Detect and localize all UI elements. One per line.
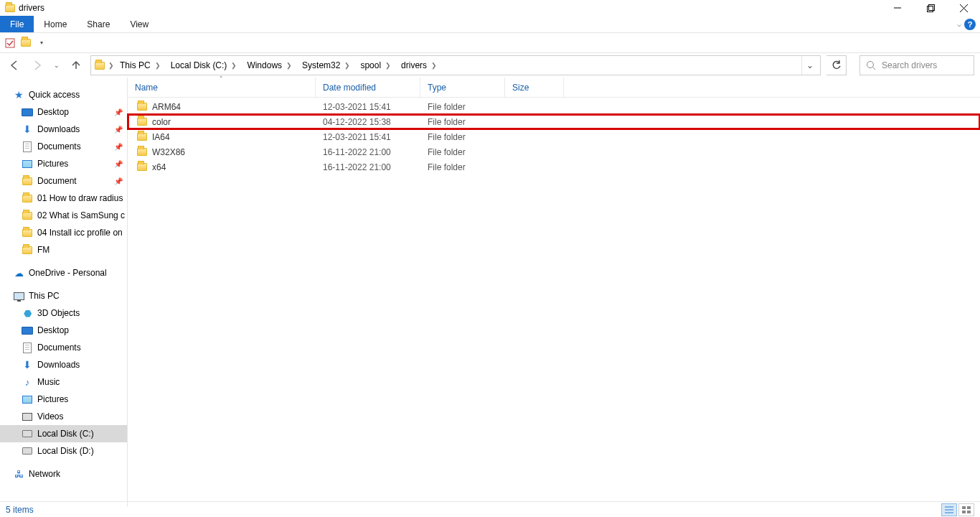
document-icon xyxy=(22,342,33,353)
qat-newfolder-icon[interactable] xyxy=(20,37,32,49)
tree-desktop-2[interactable]: Desktop xyxy=(0,322,127,339)
tree-downloads-2[interactable]: ⬇ Downloads xyxy=(0,356,127,373)
table-row[interactable]: IA6412-03-2021 15:41File folder xyxy=(128,129,980,144)
tree-local-disk-d[interactable]: Local Disk (D:) xyxy=(0,442,127,460)
file-rows: ARM6412-03-2021 15:41File foldercolor04-… xyxy=(128,98,980,174)
column-type[interactable]: Type xyxy=(420,78,505,97)
breadcrumb-windows[interactable]: Windows❯ xyxy=(242,56,298,75)
tree-documents-2[interactable]: Documents xyxy=(0,339,127,356)
tree-network[interactable]: 🖧 Network xyxy=(0,465,127,483)
svg-rect-12 xyxy=(967,506,971,509)
address-history-dropdown[interactable]: ⌄ xyxy=(801,56,817,75)
column-headers: Name ˄ Date modified Type Size xyxy=(128,78,980,98)
navigation-pane: ★ Quick access Desktop📌 ⬇ Downloads📌 Doc… xyxy=(0,78,128,507)
breadcrumb-this-pc[interactable]: This PC❯ xyxy=(116,56,166,75)
desktop-icon xyxy=(22,106,33,118)
tree-3d-objects[interactable]: ⬣ 3D Objects xyxy=(0,304,127,322)
svg-rect-11 xyxy=(962,506,966,509)
nav-up-button[interactable] xyxy=(67,57,85,74)
tree-folder-fm[interactable]: FM xyxy=(0,241,127,258)
file-type: File folder xyxy=(420,147,505,157)
status-item-count: 5 items xyxy=(6,505,34,515)
tab-home[interactable]: Home xyxy=(34,16,77,32)
navigation-row: ⌄ ❯ This PC❯ Local Disk (C:)❯ Windows❯ S… xyxy=(0,53,980,78)
file-type: File folder xyxy=(420,117,505,127)
tree-music[interactable]: ♪ Music xyxy=(0,373,127,391)
tree-downloads[interactable]: ⬇ Downloads📌 xyxy=(0,121,127,138)
view-large-icons-button[interactable] xyxy=(958,503,974,516)
tree-desktop[interactable]: Desktop📌 xyxy=(0,103,127,121)
pictures-icon xyxy=(22,158,33,169)
column-date-modified[interactable]: Date modified xyxy=(316,78,420,97)
file-date: 04-12-2022 15:38 xyxy=(316,117,420,127)
minimize-button[interactable] xyxy=(881,0,914,16)
close-button[interactable] xyxy=(947,0,980,16)
table-row[interactable]: ARM6412-03-2021 15:41File folder xyxy=(128,99,980,114)
svg-rect-2 xyxy=(928,4,934,10)
svg-rect-1 xyxy=(927,6,933,11)
file-date: 16-11-2022 21:00 xyxy=(316,147,420,157)
table-row[interactable]: x6416-11-2022 21:00File folder xyxy=(128,159,980,174)
pin-icon: 📌 xyxy=(114,143,123,151)
tree-onedrive[interactable]: ☁ OneDrive - Personal xyxy=(0,264,127,281)
address-bar[interactable]: ❯ This PC❯ Local Disk (C:)❯ Windows❯ Sys… xyxy=(90,55,821,75)
tree-folder-1[interactable]: 01 How to draw radius xyxy=(0,190,127,207)
qat-properties-icon[interactable] xyxy=(4,37,16,49)
maximize-button[interactable] xyxy=(914,0,947,16)
music-icon: ♪ xyxy=(22,376,33,388)
tree-folder-2[interactable]: 02 What is SamSung c xyxy=(0,207,127,224)
breadcrumb-drivers[interactable]: drivers❯ xyxy=(397,56,443,75)
tree-this-pc[interactable]: This PC xyxy=(0,287,127,304)
refresh-button[interactable] xyxy=(826,55,847,75)
disk-icon xyxy=(22,428,33,439)
file-type: File folder xyxy=(420,162,505,172)
table-row[interactable]: color04-12-2022 15:38File folder xyxy=(128,114,980,129)
tree-local-disk-c[interactable]: Local Disk (C:) xyxy=(0,425,127,442)
search-box[interactable] xyxy=(859,55,974,75)
qat-dropdown-icon[interactable]: ▾ xyxy=(36,37,47,49)
tab-file[interactable]: File xyxy=(0,16,34,32)
tab-share[interactable]: Share xyxy=(77,16,120,32)
tree-videos[interactable]: Videos xyxy=(0,408,127,425)
breadcrumb-system32[interactable]: System32❯ xyxy=(298,56,356,75)
nav-forward-button[interactable] xyxy=(29,57,46,74)
video-icon xyxy=(22,411,33,422)
folder-icon xyxy=(136,116,148,128)
network-icon: 🖧 xyxy=(13,468,24,480)
tab-view[interactable]: View xyxy=(120,16,159,32)
tree-quick-access[interactable]: ★ Quick access xyxy=(0,86,127,103)
breadcrumb-local-disk-c[interactable]: Local Disk (C:)❯ xyxy=(166,56,243,75)
tree-folder-3[interactable]: 04 Install icc profile on xyxy=(0,224,127,241)
status-bar: 5 items xyxy=(0,501,980,517)
column-name[interactable]: Name ˄ xyxy=(128,78,316,97)
this-pc-icon xyxy=(13,290,24,302)
file-name: ARM64 xyxy=(152,102,181,112)
tree-documents[interactable]: Documents📌 xyxy=(0,138,127,155)
svg-rect-5 xyxy=(6,39,14,47)
folder-icon xyxy=(136,162,148,173)
help-icon[interactable]: ? xyxy=(964,19,976,30)
search-input[interactable] xyxy=(880,60,968,71)
nav-back-button[interactable] xyxy=(6,57,23,74)
star-icon: ★ xyxy=(13,89,24,101)
breadcrumb-spool[interactable]: spool❯ xyxy=(356,56,397,75)
folder-icon xyxy=(136,146,148,158)
pictures-icon xyxy=(22,393,33,405)
view-details-button[interactable] xyxy=(941,503,957,516)
file-name: W32X86 xyxy=(152,147,185,157)
svg-line-7 xyxy=(873,67,876,70)
file-name: IA64 xyxy=(152,132,170,142)
chevron-right-icon[interactable]: ❯ xyxy=(105,62,116,69)
nav-recent-dropdown[interactable]: ⌄ xyxy=(52,57,62,74)
quick-access-toolbar: ▾ xyxy=(0,33,980,53)
tree-document-folder[interactable]: Document📌 xyxy=(0,172,127,190)
folder-icon xyxy=(136,131,148,143)
table-row[interactable]: W32X8616-11-2022 21:00File folder xyxy=(128,144,980,159)
tree-pictures[interactable]: Pictures📌 xyxy=(0,155,127,172)
folder-icon xyxy=(22,227,33,238)
ribbon-collapse-icon[interactable]: ⌵ xyxy=(957,20,961,28)
column-size[interactable]: Size xyxy=(505,78,564,97)
search-icon xyxy=(866,60,876,70)
tree-pictures-2[interactable]: Pictures xyxy=(0,391,127,408)
pin-icon: 📌 xyxy=(114,108,123,116)
